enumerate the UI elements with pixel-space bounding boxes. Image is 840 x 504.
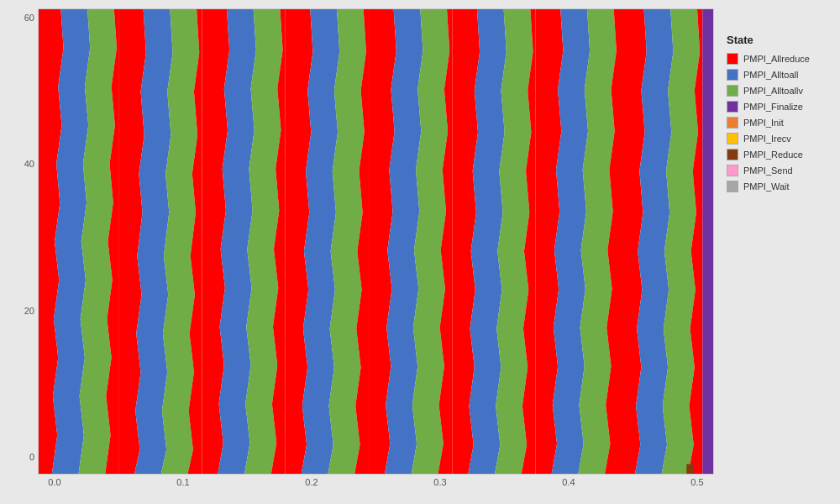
x-tick-0: 0.0	[38, 477, 71, 496]
legend-title: State	[727, 34, 823, 46]
legend-item-label: PMPI_Wait	[743, 181, 790, 192]
legend-item-label: PMPI_Allreduce	[743, 54, 810, 64]
plot-and-xaxis: 0.0 0.1 0.2 0.3 0.4 0.5	[38, 8, 714, 496]
legend-item: PMPI_Send	[727, 165, 823, 176]
plot-canvas	[38, 8, 714, 475]
x-axis: 0.0 0.1 0.2 0.3 0.4 0.5	[38, 475, 714, 496]
legend-item: PMPI_Alltoallv	[727, 85, 823, 97]
x-tick-4: 0.4	[552, 477, 585, 496]
legend-item-label: PMPI_Reduce	[743, 150, 803, 160]
plot-area-wrapper: 0 20 40 60	[8, 8, 714, 496]
y-axis: 0 20 40 60	[8, 8, 38, 496]
legend-item: PMPI_Alltoall	[727, 69, 823, 81]
legend-item-label: PMPI_Init	[743, 118, 784, 128]
legend-items: PMPI_AllreducePMPI_AlltoallPMPI_Alltoall…	[727, 53, 823, 197]
legend-color-swatch	[727, 53, 738, 65]
legend-item-label: PMPI_Send	[743, 165, 793, 176]
legend-color-swatch	[727, 149, 738, 160]
legend-item: PMPI_Irecv	[727, 133, 823, 144]
chart-container: 0 20 40 60	[0, 0, 840, 504]
y-tick-40: 40	[8, 159, 38, 169]
legend-color-swatch	[727, 117, 738, 129]
y-tick-0: 0	[8, 452, 38, 462]
svg-rect-37	[702, 9, 713, 474]
y-tick-20: 20	[8, 306, 38, 316]
legend-color-swatch	[727, 133, 738, 144]
legend-item-label: PMPI_Irecv	[743, 134, 791, 144]
legend-color-swatch	[727, 69, 738, 81]
x-tick-2: 0.2	[295, 477, 328, 496]
legend-item: PMPI_Reduce	[727, 149, 823, 160]
legend-item: PMPI_Wait	[727, 181, 823, 192]
legend-color-swatch	[727, 181, 738, 192]
x-tick-3: 0.3	[423, 477, 457, 496]
page-root: 0 20 40 60	[0, 0, 840, 504]
legend-color-swatch	[727, 165, 738, 176]
legend-item: PMPI_Finalize	[727, 101, 823, 113]
legend-color-swatch	[727, 101, 738, 113]
legend-item-label: PMPI_Alltoallv	[743, 86, 803, 96]
legend-item-label: PMPI_Alltoall	[743, 70, 798, 80]
x-tick-5: 0.5	[680, 477, 714, 496]
legend-item: PMPI_Init	[727, 117, 823, 129]
y-tick-60: 60	[8, 13, 38, 23]
legend-item-label: PMPI_Finalize	[743, 102, 803, 112]
x-tick-1: 0.1	[166, 477, 200, 496]
svg-rect-38	[686, 464, 693, 474]
legend: State PMPI_AllreducePMPI_AlltoallPMPI_Al…	[714, 8, 832, 205]
legend-item: PMPI_Allreduce	[727, 53, 823, 65]
legend-color-swatch	[727, 85, 738, 97]
chart-svg	[39, 9, 713, 474]
